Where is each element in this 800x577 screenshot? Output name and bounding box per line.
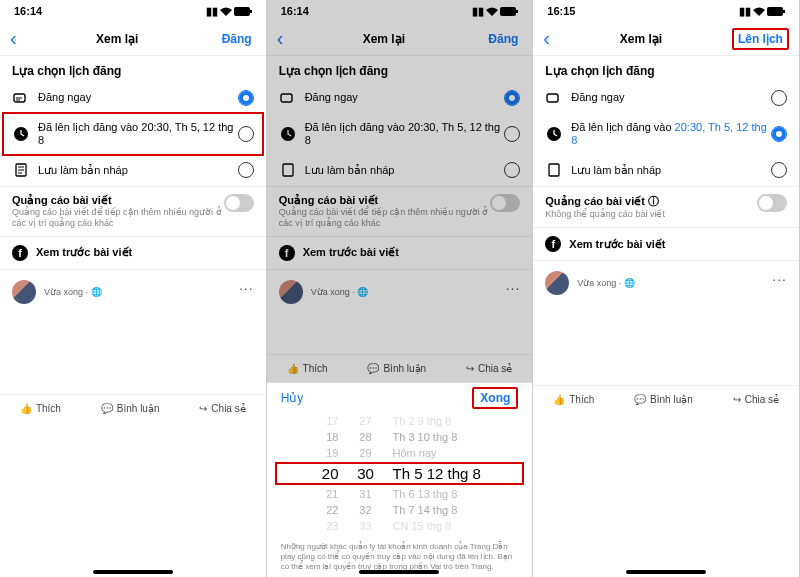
option-label: Đăng ngay <box>571 91 771 104</box>
status-time: 16:14 <box>14 5 42 17</box>
svg-rect-6 <box>516 10 518 13</box>
comment-button[interactable]: 💬Bình luận <box>101 403 160 414</box>
datetime-picker[interactable]: 1727Th 2 9 thg 8 1828Th 3 10 thg 8 1929H… <box>267 413 533 534</box>
boost-subtitle: Quảng cáo bài viết để tiếp cận thêm nhiề… <box>12 207 224 229</box>
share-button[interactable]: ↪Chia sẻ <box>733 394 779 405</box>
nav-bar: ‹ Xem lại Lên lịch <box>533 22 799 56</box>
radio-icon <box>504 126 520 142</box>
like-icon: 👍 <box>553 394 565 405</box>
schedule-header: Lựa chọn lịch đăng <box>0 56 266 82</box>
option-label: Lưu làm bản nháp <box>305 164 505 177</box>
comment-button[interactable]: 💬Bình luận <box>634 394 693 405</box>
option-draft[interactable]: Lưu làm bản nháp <box>0 154 266 186</box>
publish-button[interactable]: Đăng <box>484 30 522 48</box>
boost-toggle[interactable] <box>224 194 254 212</box>
svg-rect-11 <box>783 10 785 13</box>
phone-screen-3: 16:15 ▮▮ ‹ Xem lại Lên lịch Lựa chọn lịc… <box>533 0 800 577</box>
avatar[interactable] <box>12 280 36 304</box>
option-draft[interactable]: Lưu làm bản nháp <box>533 154 799 186</box>
status-time: 16:15 <box>547 5 575 17</box>
preview-row[interactable]: f Xem trước bài viết <box>0 237 266 270</box>
option-post-now[interactable]: Đăng ngay <box>0 82 266 114</box>
avatar[interactable] <box>279 280 303 304</box>
option-label: Lưu làm bản nháp <box>38 164 238 177</box>
home-indicator[interactable] <box>93 570 173 574</box>
radio-icon <box>238 126 254 142</box>
comment-icon: 💬 <box>367 363 379 374</box>
post-menu-icon[interactable]: ··· <box>239 280 254 296</box>
status-icons: ▮▮ <box>206 5 252 18</box>
clock-icon <box>279 125 297 143</box>
comment-button[interactable]: 💬Bình luận <box>367 363 426 374</box>
option-label: Đã lên lịch đăng vào 20:30, Th 5, 12 thg… <box>571 121 771 147</box>
boost-post-row[interactable]: Quảng cáo bài viếtQuảng cáo bài viết để … <box>267 186 533 237</box>
post-meta: Vừa xong · 🌐 <box>44 287 102 297</box>
post-header: Vừa xong · 🌐 ··· <box>0 270 266 314</box>
cancel-button[interactable]: Hủy <box>281 391 304 405</box>
share-icon: ↪ <box>199 403 207 414</box>
like-icon: 👍 <box>20 403 32 414</box>
phone-screen-1: 16:14 ▮▮ ‹ Xem lại Đăng Lựa chọn lịch đă… <box>0 0 267 577</box>
facebook-icon: f <box>279 245 295 261</box>
draft-icon <box>545 161 563 179</box>
status-icons: ▮▮ <box>739 5 785 18</box>
publish-button[interactable]: Đăng <box>218 30 256 48</box>
avatar[interactable] <box>545 271 569 295</box>
battery-icon <box>234 7 252 16</box>
draft-icon <box>279 161 297 179</box>
schedule-header: Lựa chọn lịch đăng <box>533 56 799 82</box>
radio-icon <box>238 90 254 106</box>
svg-rect-1 <box>250 10 252 13</box>
boost-title: Quảng cáo bài viết ⓘ <box>545 194 757 209</box>
nav-bar: ‹ Xem lại Đăng <box>0 22 266 56</box>
boost-toggle[interactable] <box>490 194 520 212</box>
post-menu-icon[interactable]: ··· <box>506 280 521 296</box>
status-bar: 16:14 ▮▮ <box>0 0 266 22</box>
wifi-icon <box>753 7 765 16</box>
share-button[interactable]: ↪Chia sẻ <box>466 363 512 374</box>
boost-post-row[interactable]: Quảng cáo bài viết ⓘ Không thể quảng cáo… <box>533 186 799 228</box>
post-menu-icon[interactable]: ··· <box>772 271 787 287</box>
like-button[interactable]: 👍Thích <box>553 394 594 405</box>
option-label: Đã lên lịch đăng vào 20:30, Th 5, 12 thg… <box>305 121 505 147</box>
svg-rect-5 <box>500 7 516 16</box>
back-icon[interactable]: ‹ <box>10 27 17 50</box>
post-actions: 👍Thích 💬Bình luận ↪Chia sẻ <box>267 354 533 382</box>
like-button[interactable]: 👍Thích <box>287 363 328 374</box>
post-meta: Vừa xong · 🌐 <box>311 287 369 297</box>
home-indicator[interactable] <box>359 570 439 574</box>
signal-icon: ▮▮ <box>739 5 751 18</box>
boost-subtitle: Không thể quảng cáo bài viết <box>545 209 757 220</box>
option-label: Đăng ngay <box>305 91 505 104</box>
nav-bar: ‹ Xem lại Đăng <box>267 22 533 56</box>
boost-title: Quảng cáo bài viết <box>12 194 224 207</box>
schedule-button[interactable]: Lên lịch <box>732 28 789 50</box>
post-actions: 👍Thích 💬Bình luận ↪Chia sẻ <box>533 385 799 413</box>
option-scheduled[interactable]: Đã lên lịch đăng vào 20:30, Th 5, 12 thg… <box>0 114 266 154</box>
done-button[interactable]: Xong <box>472 387 518 409</box>
boost-toggle[interactable] <box>757 194 787 212</box>
home-indicator[interactable] <box>626 570 706 574</box>
back-icon[interactable]: ‹ <box>277 27 284 50</box>
share-button[interactable]: ↪Chia sẻ <box>199 403 245 414</box>
preview-row[interactable]: f Xem trước bài viết <box>267 237 533 270</box>
back-icon[interactable]: ‹ <box>543 27 550 50</box>
info-icon[interactable]: ⓘ <box>648 195 659 207</box>
facebook-icon: f <box>12 245 28 261</box>
preview-row[interactable]: f Xem trước bài viết <box>533 228 799 261</box>
picker-selected-row: 2030Th 5 12 thg 8 <box>277 463 523 484</box>
option-scheduled[interactable]: Đã lên lịch đăng vào 20:30, Th 5, 12 thg… <box>267 114 533 154</box>
nav-title: Xem lại <box>96 32 138 46</box>
option-draft[interactable]: Lưu làm bản nháp <box>267 154 533 186</box>
option-post-now[interactable]: Đăng ngay <box>267 82 533 114</box>
nav-title: Xem lại <box>363 32 405 46</box>
like-button[interactable]: 👍Thích <box>20 403 61 414</box>
option-post-now[interactable]: Đăng ngay <box>533 82 799 114</box>
post-now-icon <box>12 89 30 107</box>
option-scheduled[interactable]: Đã lên lịch đăng vào 20:30, Th 5, 12 thg… <box>533 114 799 154</box>
option-label: Đã lên lịch đăng vào 20:30, Th 5, 12 thg… <box>38 121 238 147</box>
signal-icon: ▮▮ <box>206 5 218 18</box>
boost-post-row[interactable]: Quảng cáo bài viết Quảng cáo bài viết để… <box>0 186 266 237</box>
option-label: Đăng ngay <box>38 91 238 104</box>
status-time: 16:14 <box>281 5 309 17</box>
